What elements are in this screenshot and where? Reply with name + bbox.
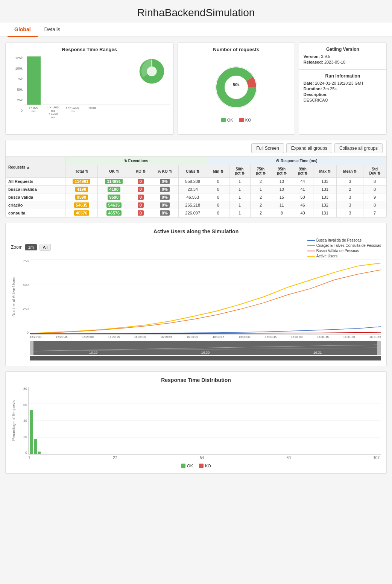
num-requests-panel: Number of requests 50k OK KO xyxy=(178,43,295,135)
y-label: 0 xyxy=(21,109,23,113)
dist-y-label: 40 xyxy=(23,419,27,423)
x-label: 16:30:45 xyxy=(265,335,277,339)
dist-x-label: 80 xyxy=(287,456,291,460)
th-p99: 99thpct ⇅ xyxy=(292,165,313,178)
max-cell: 133 xyxy=(313,178,337,186)
pie-chart xyxy=(138,57,166,85)
collapse-all-button[interactable]: Collapse all groups xyxy=(334,143,383,153)
p99-cell: 41 xyxy=(292,186,313,193)
top-panels: Response Time Ranges 125k 100k 75k 50k 2… xyxy=(0,37,392,140)
x-label: 16:28:30 xyxy=(30,335,41,339)
duration-value: 3m 25s xyxy=(323,87,337,91)
expand-all-button[interactable]: Expand all groups xyxy=(286,143,332,153)
mean-cell: 2 xyxy=(337,186,363,193)
max-cell: 131 xyxy=(313,209,337,217)
stats-section: Full Screen Expand all groups Collapse a… xyxy=(5,140,387,217)
x-label: 16:31:45 xyxy=(369,335,381,339)
y-label: 75k xyxy=(17,77,23,81)
total-cell: 46576 xyxy=(65,209,98,217)
x-label: t >= 800 ms< 1200 ms xyxy=(46,106,60,119)
date-row: Date: 2024-01-20 19:28:23 GMT xyxy=(304,81,382,85)
p95-cell: 10 xyxy=(271,178,292,186)
th-ok: OK ⇅ xyxy=(98,165,130,178)
x-label: 16:31:00 xyxy=(291,335,302,339)
p75-cell: 1 xyxy=(250,186,271,193)
response-dist-title: Response Time Distribution xyxy=(11,377,381,383)
min-cell: 0 xyxy=(207,201,229,209)
legend-label: Busca Inválida de Pessoas xyxy=(316,238,362,242)
dist-bar-2 xyxy=(34,439,37,454)
x-label: failed xyxy=(85,106,99,119)
th-executions-group: ↻ Executions xyxy=(65,157,207,165)
p50-cell: 1 xyxy=(229,201,250,209)
dist-ko-dot xyxy=(199,464,204,468)
num-requests-title: Number of requests xyxy=(182,47,291,52)
total-cell: 4190 xyxy=(65,186,98,193)
legend-color xyxy=(307,251,315,251)
max-cell: 132 xyxy=(313,201,337,209)
zoom-controls: Zoom 1m All xyxy=(11,244,51,251)
ok-cell: 9590 xyxy=(98,193,130,201)
legend-label: Busca Válida de Pessoas xyxy=(316,249,359,253)
donut-legend: OK KO xyxy=(182,118,291,122)
pctko-cell: 0% xyxy=(151,186,179,193)
mean-cell: 3 xyxy=(337,209,363,217)
duration-label: Duration: xyxy=(304,87,322,91)
description-row: Description: xyxy=(304,92,382,97)
dist-x-label: 27 xyxy=(113,456,117,460)
th-requests: Requests ▲ xyxy=(6,157,65,178)
response-time-chart: 125k 100k 75k 50k 25k 0 xyxy=(9,55,170,131)
gatling-version-title: Gatling Version xyxy=(304,47,382,52)
p99-cell: 50 xyxy=(292,193,313,201)
dist-legend-ko: KO xyxy=(199,464,211,468)
version-value: 3.9.5 xyxy=(321,54,330,59)
cnts-cell: 226.097 xyxy=(178,209,207,217)
p50-cell: 1 xyxy=(229,193,250,201)
p50-cell: 1 xyxy=(229,186,250,193)
y-axis-title: Number of Active Users xyxy=(12,277,16,316)
zoom-all-button[interactable]: All xyxy=(40,244,51,251)
minimap[interactable]: 16:29 16:30 16:31 xyxy=(30,341,381,355)
legend-label: Criação E Talvez Consulta de Pessoas xyxy=(316,243,381,248)
active-users-svg xyxy=(30,259,381,334)
fullscreen-button[interactable]: Full Screen xyxy=(251,143,284,153)
request-name: All Requests xyxy=(6,178,65,186)
active-users-title: Active Users along the Simulation xyxy=(11,228,381,234)
active-users-panel: Active Users along the Simulation Zoom 1… xyxy=(5,223,387,366)
y-label: 100k xyxy=(15,67,23,70)
run-info-section: Run Information Date: 2024-01-20 19:28:2… xyxy=(299,70,386,107)
legend-color xyxy=(307,256,315,257)
gatling-version-section: Gatling Version Version: 3.9.5 Released:… xyxy=(299,43,386,70)
legend-ko: KO xyxy=(239,118,251,122)
dist-ok-dot xyxy=(181,464,185,468)
date-label: Date: xyxy=(304,81,314,85)
p95-cell: 15 xyxy=(271,193,292,201)
stats-table: Requests ▲ ↻ Executions ⏱ Response Time … xyxy=(6,157,386,217)
max-cell: 131 xyxy=(313,186,337,193)
min-cell: 0 xyxy=(207,209,229,217)
dist-x-label: 107 xyxy=(373,456,380,460)
tab-details[interactable]: Details xyxy=(38,23,67,37)
active-users-legend: Busca Inválida de Pessoas Criação E Talv… xyxy=(307,238,381,259)
mean-cell: 3 xyxy=(337,193,363,201)
legend-ko-dot xyxy=(239,118,244,122)
p99-cell: 46 xyxy=(292,201,313,209)
dist-bar-1 xyxy=(30,410,33,454)
scrollbar[interactable] xyxy=(30,356,381,360)
dist-legend-ok: OK xyxy=(181,464,193,468)
tab-global[interactable]: Global xyxy=(8,23,38,37)
zoom-1m-button[interactable]: 1m xyxy=(25,244,37,251)
duration-row: Duration: 3m 25s xyxy=(304,87,382,91)
min-cell: 0 xyxy=(207,186,229,193)
cnts-cell: 46.553 xyxy=(178,193,207,201)
request-name: busca válida xyxy=(6,193,65,201)
table-row: consulta 46576 46576 0 0% 226.097 0 1 2 … xyxy=(6,209,386,217)
dist-x-label: 54 xyxy=(200,456,204,460)
y-label: 750 xyxy=(23,259,29,263)
y-label: 250 xyxy=(23,307,29,311)
table-row: criação 54635 54635 0 0% 265.218 0 1 2 1… xyxy=(6,201,386,209)
x-label: 16:30:15 xyxy=(213,335,224,339)
scrollbar-thumb[interactable] xyxy=(30,356,381,360)
x-label: 16:31:15 xyxy=(317,335,329,339)
dist-ko-label: KO xyxy=(205,464,211,468)
